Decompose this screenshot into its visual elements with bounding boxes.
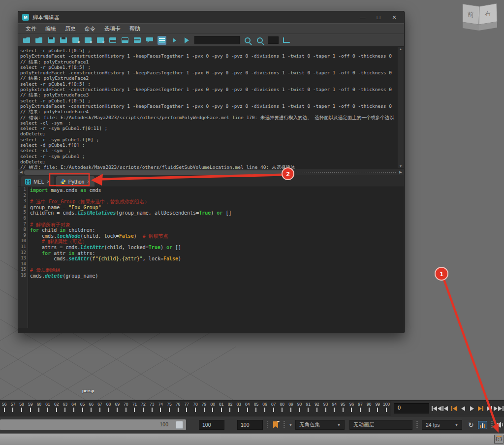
timeline-frame[interactable]: 99 (374, 401, 382, 416)
timeline-frame[interactable]: 79 (200, 401, 209, 416)
clear-history-button[interactable] (84, 36, 93, 45)
script-editor-toggle-button[interactable]: {;} (494, 435, 504, 444)
timeline-frame[interactable]: 67 (95, 401, 104, 416)
history-vertical-scrollbar[interactable]: ▲ ▼ (398, 47, 404, 168)
tab-python[interactable]: Python ✕ (56, 176, 94, 187)
current-frame-field[interactable]: 0 (394, 403, 429, 413)
menu-item[interactable]: 选项卡 (100, 25, 125, 32)
timeline-frame[interactable]: 75 (165, 401, 174, 416)
search-up-button[interactable] (255, 36, 264, 45)
tab-close-icon[interactable]: ✕ (87, 179, 90, 184)
show-history-pane-button[interactable] (121, 36, 129, 45)
timeline-frame[interactable]: 66 (87, 401, 95, 416)
timeline-frame[interactable]: 57 (9, 401, 18, 416)
horizontal-scroll-thumb[interactable] (24, 170, 294, 175)
save-script-button[interactable] (47, 36, 56, 45)
show-input-pane-button[interactable] (108, 36, 117, 45)
clear-input-button[interactable] (71, 36, 80, 45)
timeline-frame[interactable]: 76 (174, 401, 183, 416)
timeline-frame[interactable]: 63 (61, 401, 69, 416)
play-backwards-button[interactable] (459, 403, 467, 414)
menu-item[interactable]: 文件 (21, 25, 41, 32)
menu-item[interactable]: 历史 (61, 25, 80, 32)
timeline-frame[interactable]: 70 (122, 401, 130, 416)
viewcube-right-face[interactable]: 右 (485, 10, 491, 17)
step-back-frame-button[interactable] (441, 403, 449, 414)
execute-selection-button[interactable] (170, 36, 179, 45)
animation-preferences-button[interactable] (478, 421, 487, 429)
timeline-frame[interactable]: 92 (313, 401, 321, 416)
timeline-frame[interactable]: 90 (295, 401, 304, 416)
timeline-frame[interactable]: 56 (0, 401, 9, 416)
maximize-button[interactable]: □ (371, 12, 386, 23)
filter-field[interactable] (268, 36, 279, 44)
animation-end-field[interactable]: 100 (237, 420, 263, 430)
timeline-frame[interactable]: 59 (26, 401, 35, 416)
anim-layer-field[interactable]: 无动画层 (349, 420, 412, 430)
timeline-frame[interactable]: 77 (182, 401, 191, 416)
timeline-frame[interactable]: 93 (321, 401, 330, 416)
scroll-right-icon[interactable]: ▶ (398, 170, 404, 174)
history-pane[interactable]: select -r pCube1.f[0:5] ;polyExtrudeFace… (18, 46, 404, 169)
timeline-frame[interactable]: 60 (35, 401, 44, 416)
timeline-frame[interactable]: 62 (52, 401, 61, 416)
mute-audio-icon[interactable] (497, 421, 504, 428)
window-titlebar[interactable]: M 脚本编辑器 — □ ✕ (18, 11, 404, 23)
timeline-frame[interactable]: 74 (157, 401, 165, 416)
timeline-frame[interactable]: 94 (330, 401, 339, 416)
python-code-pane[interactable]: 12345678910111213141516 import maya.cmds… (18, 187, 404, 333)
timeline-frame[interactable]: 81 (217, 401, 226, 416)
menu-item[interactable]: 帮助 (125, 25, 145, 32)
playback-end-field[interactable]: 100 (199, 420, 224, 430)
timeline-frame[interactable]: 97 (356, 401, 365, 416)
show-both-panes-button[interactable] (133, 36, 142, 45)
timeline-frame[interactable]: 86 (260, 401, 269, 416)
time-slider[interactable]: 56 57 58 59 60 61 62 63 64 65 66 67 68 6… (0, 401, 391, 416)
timeline-frame[interactable]: 87 (269, 401, 278, 416)
menu-item[interactable]: 命令 (80, 25, 100, 32)
open-script-button[interactable] (22, 36, 31, 45)
scroll-down-icon[interactable]: ▼ (399, 164, 403, 168)
timeline-frame[interactable]: 91 (304, 401, 313, 416)
minimize-button[interactable]: — (355, 12, 371, 23)
set-key-icon[interactable] (272, 421, 280, 429)
timeline-frame[interactable]: 89 (286, 401, 295, 416)
timeline-frame[interactable]: 80 (208, 401, 217, 416)
timeline-frame[interactable]: 88 (278, 401, 287, 416)
timeline-frame[interactable]: 68 (104, 401, 113, 416)
timeline-frame[interactable]: 82 (226, 401, 235, 416)
timeline-frame[interactable]: 71 (130, 401, 139, 416)
playback-loop-icon[interactable]: ↻ (468, 421, 474, 429)
step-back-key-button[interactable] (450, 403, 458, 414)
timeline-frame[interactable]: 96 (347, 401, 356, 416)
timeline-frame[interactable]: 98 (365, 401, 374, 416)
echo-all-commands-button[interactable] (145, 36, 154, 45)
tab-close-icon[interactable]: ✕ (47, 179, 50, 184)
close-button[interactable]: ✕ (386, 12, 402, 23)
source-script-button[interactable] (34, 36, 43, 45)
timeline-frame[interactable]: 85 (252, 401, 261, 416)
execute-all-button[interactable] (182, 36, 191, 45)
clear-all-button[interactable] (96, 36, 105, 45)
range-slider-handle[interactable] (176, 421, 183, 429)
character-set-dropdown[interactable]: 无角色集 ▼ (295, 420, 345, 430)
character-set-menu-icon[interactable]: ▼ (289, 423, 292, 427)
timeline-frame[interactable]: 69 (113, 401, 122, 416)
step-forward-frame-button[interactable] (485, 403, 494, 414)
tab-mel[interactable]: [≡]MEL ✕ (21, 176, 54, 187)
fps-dropdown[interactable]: 24 fps ▼ (422, 420, 462, 430)
timeline-frame[interactable]: 100 (382, 401, 391, 416)
timeline-frame[interactable]: 64 (69, 401, 78, 416)
scroll-left-icon[interactable]: ◀ (18, 170, 24, 174)
scroll-up-icon[interactable]: ▲ (399, 47, 403, 51)
timeline-frame[interactable]: 83 (234, 401, 243, 416)
history-horizontal-scrollbar[interactable]: ◀ ▶ (18, 169, 404, 175)
step-forward-key-button[interactable] (476, 403, 485, 414)
timeline-frame[interactable]: 78 (191, 401, 200, 416)
timeline-frame[interactable]: 95 (339, 401, 347, 416)
timeline-frame[interactable]: 72 (139, 401, 148, 416)
timeline-frame[interactable]: 58 (17, 401, 26, 416)
show-line-numbers-button[interactable] (158, 36, 166, 45)
menu-item[interactable]: 编辑 (41, 25, 61, 32)
timeline-frame[interactable]: 73 (148, 401, 157, 416)
